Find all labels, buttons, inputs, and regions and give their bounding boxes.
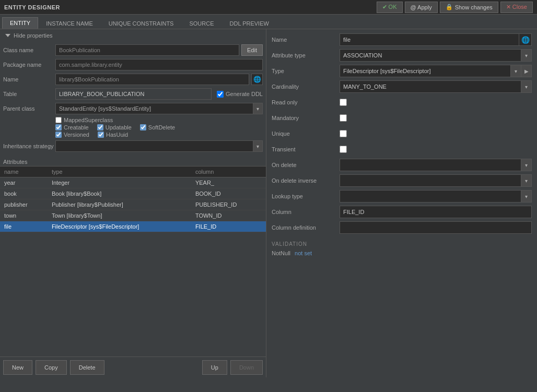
- on-delete-dropdown[interactable]: [521, 159, 532, 171]
- table-row[interactable]: publisherPublisher [library$Publisher]PU…: [0, 199, 266, 210]
- up-button[interactable]: Up: [202, 360, 227, 375]
- on-delete-row: On delete: [272, 159, 532, 171]
- globe-button[interactable]: 🌐: [251, 74, 263, 85]
- parent-class-row: Parent class StandardEntity [sys$Standar…: [3, 102, 263, 115]
- unique-checkbox[interactable]: [340, 130, 347, 137]
- checkboxes-row-2: Versioned HasUuid: [55, 132, 263, 138]
- updatable-checkbox[interactable]: [97, 124, 103, 130]
- inheritance-strategy-dropdown-arrow[interactable]: [253, 140, 263, 152]
- parent-class-select-container: StandardEntity [sys$StandardEntity]: [55, 103, 263, 114]
- show-changes-button[interactable]: 🔒 Show changes: [440, 2, 498, 13]
- validation-header: VALIDATION: [272, 241, 532, 247]
- mapped-superclass-checkbox[interactable]: [55, 117, 62, 123]
- cardinality-select[interactable]: MANY_TO_ONE: [340, 80, 521, 93]
- title-bar: ENTITY DESIGNER ✔ OK @ Apply 🔒 Show chan…: [0, 0, 537, 15]
- class-name-label: Class name: [3, 47, 55, 53]
- column-definition-input[interactable]: [340, 221, 532, 234]
- tab-source[interactable]: SOURCE: [181, 18, 221, 29]
- mandatory-row: Mandatory: [272, 112, 532, 124]
- attributes-table-container[interactable]: name type column yearIntegerYEAR_bookBoo…: [0, 166, 266, 357]
- right-name-input[interactable]: [340, 33, 519, 46]
- cell-type: FileDescriptor [sys$FileDescriptor]: [48, 221, 191, 232]
- cell-type: Book [library$Book]: [48, 188, 191, 199]
- mandatory-checkbox[interactable]: [340, 114, 347, 122]
- delete-button[interactable]: Delete: [70, 360, 104, 375]
- table-row[interactable]: fileFileDescriptor [sys$FileDescriptor]F…: [0, 221, 266, 232]
- not-set-value[interactable]: not set: [295, 250, 312, 256]
- right-name-row: Name 🌐: [272, 33, 532, 46]
- softdelete-checkbox[interactable]: [140, 124, 146, 130]
- tab-ddl-preview[interactable]: DDL PREVIEW: [222, 18, 277, 29]
- table-row[interactable]: yearIntegerYEAR_: [0, 177, 266, 188]
- table-input[interactable]: [55, 88, 212, 100]
- tab-entity[interactable]: ENTITY: [2, 17, 38, 29]
- cell-type: Integer: [48, 177, 191, 188]
- cell-name: publisher: [0, 199, 48, 210]
- hide-properties-toggle[interactable]: Hide properties: [0, 29, 266, 42]
- right-globe-button[interactable]: 🌐: [519, 33, 532, 46]
- lookup-type-dropdown[interactable]: [521, 190, 532, 203]
- close-button[interactable]: ✕ Close: [500, 2, 533, 13]
- apply-button[interactable]: @ Apply: [405, 2, 438, 13]
- attribute-type-select[interactable]: ASSOCIATION: [340, 49, 521, 62]
- edit-button[interactable]: Edit: [241, 44, 263, 56]
- cell-column: FILE_ID: [191, 221, 266, 232]
- table-row-prop: Table Generate DDL: [3, 88, 263, 100]
- transient-checkbox[interactable]: [340, 146, 347, 153]
- bottom-buttons: New Copy Delete Up Down: [0, 357, 266, 377]
- col-column-header: column: [191, 167, 266, 177]
- parent-class-dropdown-arrow[interactable]: [253, 103, 263, 114]
- table-label: Table: [3, 91, 55, 97]
- inheritance-strategy-select[interactable]: [55, 140, 253, 152]
- on-delete-inverse-dropdown[interactable]: [521, 174, 532, 187]
- ok-button[interactable]: ✔ OK: [377, 2, 403, 13]
- hasuuid-label: HasUuid: [106, 132, 128, 138]
- on-delete-select-container: [340, 159, 532, 171]
- column-definition-row: Column definition: [272, 221, 532, 234]
- lookup-type-select[interactable]: [340, 190, 521, 203]
- tab-instance-name[interactable]: INSTANCE NAME: [38, 18, 101, 29]
- on-delete-inverse-select-container: [340, 174, 532, 187]
- on-delete-inverse-select[interactable]: [340, 174, 521, 187]
- new-button[interactable]: New: [3, 360, 32, 375]
- table-row[interactable]: townTown [library$Town]TOWN_ID: [0, 210, 266, 221]
- hide-properties-label: Hide properties: [14, 32, 53, 39]
- right-name-label: Name: [272, 37, 340, 43]
- attribute-type-dropdown[interactable]: [521, 49, 532, 62]
- hasuuid-checkbox[interactable]: [98, 132, 104, 138]
- tab-unique-constraints[interactable]: UNIQUE CONSTRAINTS: [101, 18, 182, 29]
- lock-icon: 🔒: [446, 4, 453, 10]
- column-input[interactable]: [340, 206, 532, 218]
- entity-name-input[interactable]: [55, 74, 249, 85]
- package-name-label: Package name: [3, 62, 55, 68]
- generate-ddl-checkbox[interactable]: [217, 91, 224, 98]
- cardinality-dropdown[interactable]: [521, 80, 532, 93]
- cell-column: TOWN_ID: [191, 210, 266, 221]
- table-row[interactable]: bookBook [library$Book]BOOK_ID: [0, 188, 266, 199]
- versioned-checkbox[interactable]: [55, 132, 62, 138]
- type-label: Type: [272, 68, 340, 74]
- cell-type: Town [library$Town]: [48, 210, 191, 221]
- checkboxes-row-1: Creatable Updatable SoftDelete: [55, 124, 263, 130]
- cardinality-label: Cardinality: [272, 84, 340, 90]
- class-name-input[interactable]: [55, 44, 239, 56]
- type-dropdown[interactable]: [511, 65, 521, 77]
- on-delete-select[interactable]: [340, 159, 521, 171]
- type-row: Type FileDescriptor [sys$FileDescriptor]…: [272, 65, 532, 77]
- cell-name: year: [0, 177, 48, 188]
- type-arrow-button[interactable]: ▶: [521, 65, 532, 77]
- package-name-input[interactable]: [55, 59, 263, 70]
- on-delete-inverse-row: On delete inverse: [272, 174, 532, 187]
- updatable-item: Updatable: [97, 124, 132, 130]
- read-only-checkbox[interactable]: [340, 99, 347, 106]
- parent-class-select[interactable]: StandardEntity [sys$StandardEntity]: [55, 103, 253, 114]
- column-row: Column: [272, 206, 532, 218]
- attributes-header: Attributes: [0, 157, 266, 166]
- creatable-item: Creatable: [55, 124, 89, 130]
- down-button[interactable]: Down: [230, 360, 263, 375]
- notnull-label: NotNull: [272, 250, 290, 256]
- copy-button[interactable]: Copy: [36, 360, 67, 375]
- type-select[interactable]: FileDescriptor [sys$FileDescriptor]: [340, 65, 511, 77]
- creatable-checkbox[interactable]: [55, 124, 62, 130]
- right-buttons: Up Down: [202, 360, 263, 375]
